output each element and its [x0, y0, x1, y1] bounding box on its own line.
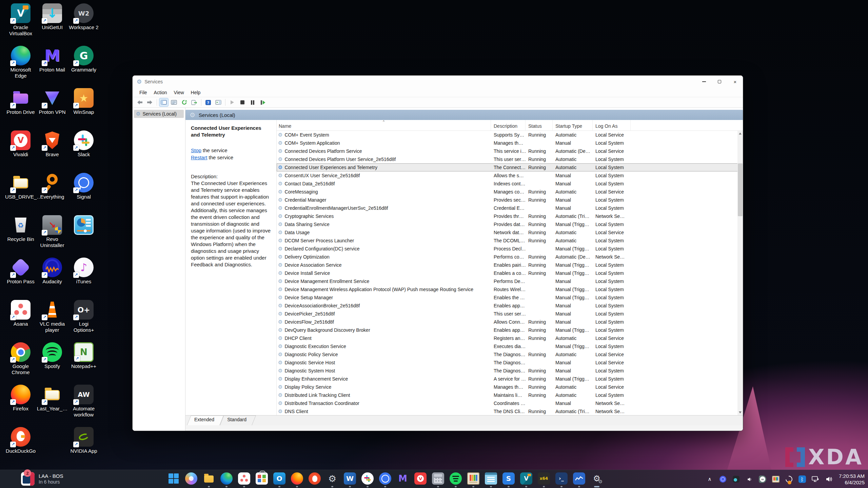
desktop-shortcut-duckduckgo[interactable]: ↗DuckDuckGo [5, 427, 36, 454]
taskbar-signal-icon[interactable] [378, 472, 393, 486]
service-row[interactable]: ⚙Data UsageNetwork dat…RunningAutomaticL… [277, 228, 743, 237]
desktop-shortcut-nvidia[interactable]: ↗NVIDIA App [68, 427, 99, 454]
desktop-shortcut-signal[interactable]: ↗Signal [68, 173, 99, 200]
desktop-shortcut-vivaldi[interactable]: V↗Vivaldi [5, 130, 36, 158]
maximize-button[interactable] [712, 76, 727, 88]
desktop-shortcut-chrome[interactable]: ↗Google Chrome [5, 342, 36, 375]
desktop-shortcut-firefox[interactable]: ↗Firefox [5, 385, 36, 412]
scroll-down-icon[interactable] [739, 411, 742, 413]
tab-extended[interactable]: Extended [189, 415, 222, 425]
service-row[interactable]: ⚙Connected User Experiences and Telemetr… [277, 163, 743, 171]
service-row[interactable]: ⚙CoreMessagingManages co…RunningAutomati… [277, 188, 743, 196]
service-row[interactable]: ⚙ConsentUX User Service_2e516d8fAllows t… [277, 171, 743, 180]
desktop-shortcut-itunes[interactable]: ♪↗iTunes [68, 258, 99, 285]
service-row[interactable]: ⚙Connected Devices Platform User Service… [277, 155, 743, 163]
refresh-icon[interactable] [180, 98, 189, 106]
desktop-shortcut-spotify[interactable]: ↗Spotify [37, 342, 67, 369]
service-row[interactable]: ⚙DevicesFlow_2e516d8fAllows Conn…Running… [277, 318, 743, 326]
desktop-shortcut-winsnap[interactable]: ★↗WinSnap [68, 88, 99, 115]
desktop-shortcut-edge[interactable]: ↗Microsoft Edge [5, 46, 36, 79]
taskbar-firefox-icon[interactable] [290, 472, 304, 486]
taskbar-microsoft-store-icon[interactable] [254, 472, 269, 486]
desktop-shortcut-folder[interactable]: ↗Last_Year_… [37, 385, 67, 412]
column-header-description[interactable]: Description [491, 120, 526, 130]
service-row[interactable]: ⚙Display Enhancement ServiceA service fo… [277, 375, 743, 383]
taskbar-file-explorer-icon[interactable] [201, 472, 216, 486]
taskbar-edge-icon[interactable] [219, 472, 234, 486]
service-row[interactable]: ⚙COM+ System ApplicationManages th…Manua… [277, 139, 743, 147]
restart-service-icon[interactable] [258, 98, 267, 106]
column-header-name[interactable]: ^Name [277, 120, 491, 130]
desktop-shortcut-slack[interactable]: ↗Slack [68, 130, 99, 158]
pause-service-icon[interactable] [248, 98, 257, 106]
desktop-shortcut-brave[interactable]: ↗Brave [37, 130, 67, 158]
service-row[interactable]: ⚙Diagnostic Service HostThe Diagnos…Manu… [277, 359, 743, 367]
service-row[interactable]: ⚙Credential ManagerProvides sec…RunningM… [277, 196, 743, 204]
service-row[interactable]: ⚙Cryptographic ServicesProvides thr…Runn… [277, 212, 743, 220]
taskbar-virtualbox-icon[interactable]: V [519, 472, 534, 486]
service-row[interactable]: ⚙Device Management Wireless Application … [277, 285, 743, 293]
tree-item-services-local[interactable]: ⚙ Services (Local) [134, 110, 184, 118]
display-icon[interactable] [811, 475, 820, 484]
taskbar-copilot-icon[interactable] [184, 472, 199, 486]
desktop-shortcut-folder[interactable]: ↗USB_DRIVE_… [5, 173, 36, 200]
volume-icon[interactable] [824, 475, 833, 484]
properties-icon[interactable] [170, 98, 178, 106]
service-row[interactable]: ⚙DNS ClientThe DNS Cli…RunningAutomatic … [277, 407, 743, 415]
desktop-shortcut-workspace2[interactable]: W2↗Workspace 2 [68, 3, 99, 30]
restart-service-link[interactable]: Restart [191, 155, 207, 160]
service-row[interactable]: ⚙Device Install ServiceEnables a co…Runn… [277, 269, 743, 277]
service-row[interactable]: ⚙Declared Configuration(DC) serviceProce… [277, 245, 743, 253]
desktop-shortcut-protonvpn[interactable]: ↗Proton VPN [37, 88, 67, 115]
tab-standard[interactable]: Standard [222, 415, 254, 425]
taskbar-start-button[interactable] [166, 472, 181, 486]
taskbar-outlook-icon[interactable]: O [272, 472, 287, 486]
taskbar-s-app-icon[interactable]: S [501, 472, 516, 486]
taskbar-calculator-icon[interactable] [431, 472, 446, 486]
vertical-scrollbar[interactable] [737, 131, 743, 415]
desktop-shortcut-grammarly[interactable]: G↗Grammarly [68, 46, 99, 73]
service-row[interactable]: ⚙DHCP ClientRegisters an…RunningAutomati… [277, 334, 743, 342]
taskbar-duckduckgo-icon[interactable] [307, 472, 322, 486]
volume-mixer-icon[interactable] [745, 475, 754, 484]
desktop-shortcut-notepadpp[interactable]: N↗Notepad++ [68, 342, 99, 369]
scrollbar-thumb[interactable] [738, 163, 743, 216]
desktop-shortcut-protonmail[interactable]: M↗Proton Mail [37, 46, 67, 73]
taskbar-slack-icon[interactable] [360, 472, 375, 486]
menu-view[interactable]: View [170, 89, 187, 96]
show-console-tree-icon[interactable] [159, 98, 168, 106]
column-header-log-on-as[interactable]: Log On As [593, 120, 631, 130]
taskbar-task-manager-icon[interactable] [572, 472, 587, 486]
desktop-shortcut-vlc[interactable]: ↗VLC media player [37, 300, 67, 333]
stop-service-icon[interactable] [238, 98, 247, 106]
desktop-shortcut-automate[interactable]: AW↗Automate workflow [68, 385, 99, 418]
taskbar-x64dbg-icon[interactable]: x64 [536, 472, 551, 486]
bluetooth-icon[interactable]: ᛒ [798, 475, 807, 484]
scroll-up-icon[interactable] [739, 133, 742, 135]
update-icon[interactable] [785, 475, 793, 484]
show-action-pane-icon[interactable] [214, 98, 223, 106]
desktop-shortcut-revo[interactable]: ↘↗Revo Uninstaller [37, 215, 67, 248]
taskbar-photos-icon[interactable] [466, 472, 481, 486]
stop-service-link[interactable]: Stop [191, 147, 201, 153]
export-list-icon[interactable] [190, 98, 199, 106]
service-row[interactable]: ⚙Device Association ServiceEnables pairi… [277, 261, 743, 269]
service-row[interactable]: ⚙Diagnostic Execution ServiceExecutes di… [277, 342, 743, 350]
minimize-button[interactable] [696, 76, 712, 88]
forward-icon[interactable] [145, 98, 154, 106]
service-row[interactable]: ⚙COM+ Event SystemSupports Sy…RunningAut… [277, 131, 743, 139]
start-service-icon[interactable] [228, 98, 237, 106]
service-row[interactable]: ⚙Diagnostic Policy ServiceThe Diagnos…Ru… [277, 350, 743, 359]
titlebar[interactable]: ⚙ Services × [133, 76, 743, 88]
desktop-shortcut-virtualbox[interactable]: V↗Oracle VirtualBox [5, 3, 36, 37]
taskbar-vivaldi-icon[interactable] [413, 472, 428, 486]
menu-file[interactable]: File [136, 89, 151, 96]
taskbar-word-icon[interactable]: W [342, 472, 357, 486]
camo-icon[interactable]: ∞ [758, 475, 767, 484]
close-button[interactable]: × [727, 76, 743, 88]
taskbar-spotify-icon[interactable] [448, 472, 463, 486]
service-row[interactable]: ⚙CredentialEnrollmentManagerUserSvc_2e51… [277, 204, 743, 212]
service-row[interactable]: ⚙DevicePicker_2e516d8fThis user ser…Manu… [277, 310, 743, 318]
help-icon[interactable]: ? [204, 98, 213, 106]
hidden-icons-chevron-icon[interactable]: ∧ [705, 475, 714, 484]
